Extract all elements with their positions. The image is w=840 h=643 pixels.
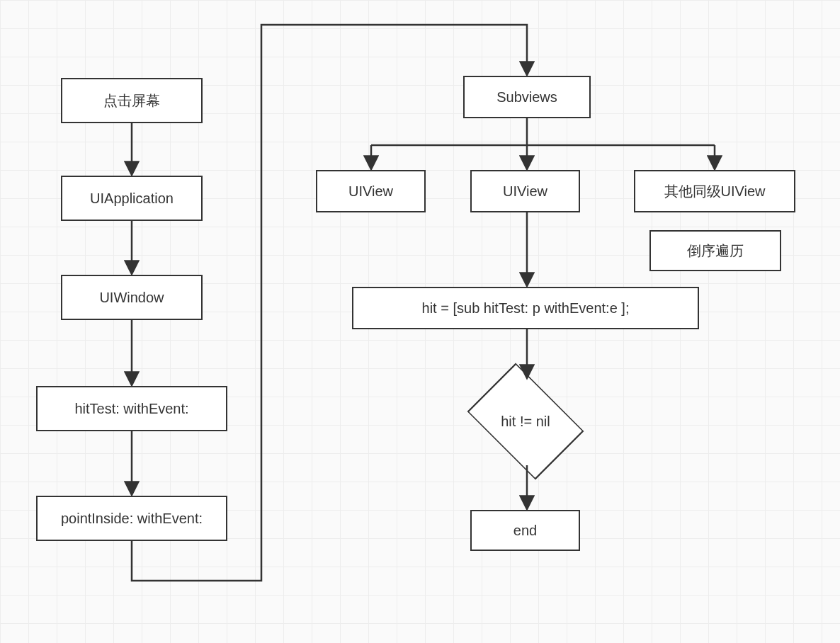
flowchart-canvas: 点击屏幕 UIApplication UIWindow hitTest: wit… <box>0 0 840 643</box>
node-touch-screen: 点击屏幕 <box>61 78 203 123</box>
node-hit-assign: hit = [sub hitTest: p withEvent:e ]; <box>352 287 699 329</box>
node-reverse-order-note: 倒序遍历 <box>649 230 781 271</box>
node-subviews: Subviews <box>463 76 591 118</box>
node-uiwindow: UIWindow <box>61 275 203 320</box>
node-decision-hit-nil: hit != nil <box>465 379 586 464</box>
node-uiapplication: UIApplication <box>61 176 203 221</box>
decision-label: hit != nil <box>465 414 586 430</box>
node-pointinside: pointInside: withEvent: <box>36 496 227 541</box>
node-uiview-mid: UIView <box>470 170 580 212</box>
node-uiview-other: 其他同级UIView <box>634 170 795 212</box>
node-uiview-left: UIView <box>316 170 426 212</box>
node-end: end <box>470 510 580 551</box>
node-hittest: hitTest: withEvent: <box>36 386 227 431</box>
